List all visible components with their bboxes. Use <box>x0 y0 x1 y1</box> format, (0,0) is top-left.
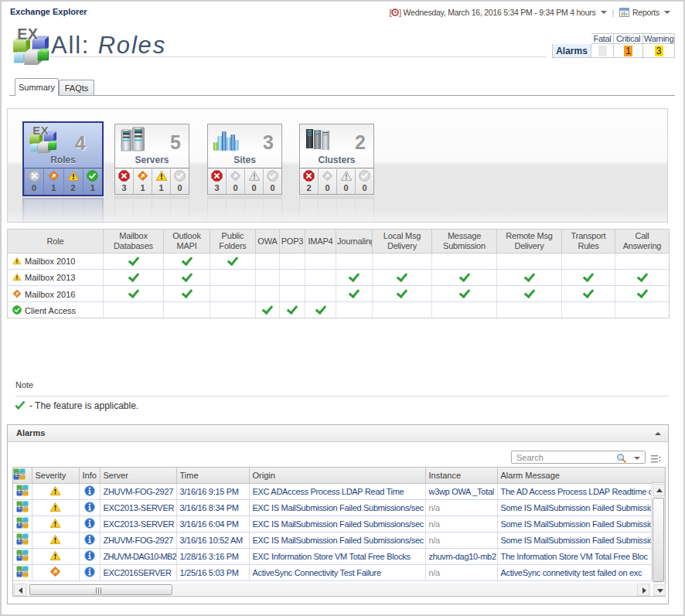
svg-text:EX: EX <box>18 487 27 495</box>
svg-text:EX: EX <box>18 568 27 576</box>
svg-text:EX: EX <box>15 471 25 478</box>
svg-text:EX: EX <box>18 519 27 527</box>
svg-text:EX: EX <box>18 503 27 511</box>
svg-text:EX: EX <box>18 552 27 560</box>
svg-text:EX: EX <box>18 536 27 543</box>
svg-text:EX: EX <box>17 28 39 43</box>
